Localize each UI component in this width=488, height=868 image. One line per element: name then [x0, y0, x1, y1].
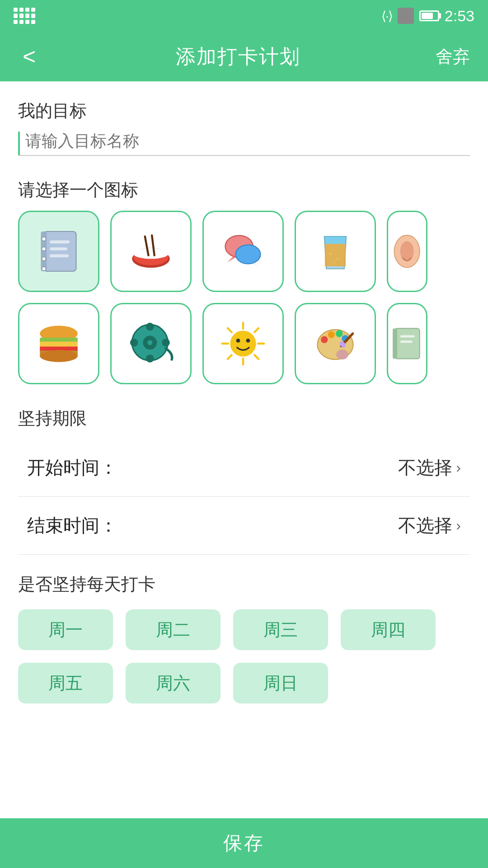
- svg-point-19: [329, 252, 332, 255]
- clock: 2:53: [445, 7, 474, 25]
- svg-point-11: [134, 249, 169, 259]
- svg-rect-56: [395, 328, 420, 359]
- day-btn-fri[interactable]: 周五: [18, 663, 113, 703]
- page-title: 添加打卡计划: [176, 43, 300, 70]
- icon-item-notebook[interactable]: [18, 211, 99, 292]
- keyboard-icon-area: [14, 8, 35, 24]
- signal-icon: ⟨·⟩: [381, 9, 392, 24]
- day-btn-thu[interactable]: 周四: [341, 609, 436, 650]
- day-buttons-row: 周一 周二 周三 周四 周五 周六 周日: [18, 609, 470, 703]
- start-time-value: 不选择 ›: [398, 455, 461, 480]
- icon-section-label: 请选择一个图标: [18, 179, 470, 202]
- icon-section: 请选择一个图标: [18, 179, 470, 384]
- svg-rect-59: [400, 340, 413, 343]
- icon-row-2: [18, 303, 470, 384]
- save-button[interactable]: 保存: [223, 830, 265, 856]
- svg-point-21: [333, 261, 335, 263]
- status-bar-right: ⟨·⟩ 2:53: [381, 7, 474, 25]
- start-time-label: 开始时间：: [27, 455, 117, 480]
- svg-rect-58: [400, 335, 415, 338]
- svg-point-4: [42, 257, 46, 261]
- svg-rect-6: [50, 241, 70, 244]
- goal-input-wrapper: [18, 132, 470, 156]
- day-btn-tue[interactable]: 周二: [126, 609, 221, 650]
- svg-point-34: [130, 339, 138, 347]
- svg-point-35: [162, 339, 170, 347]
- icon-item-chat[interactable]: [202, 211, 284, 292]
- svg-point-2: [42, 237, 46, 241]
- svg-point-49: [336, 349, 348, 359]
- start-time-chevron: ›: [456, 459, 461, 476]
- duration-label: 坚持期限: [18, 407, 470, 430]
- svg-point-52: [336, 330, 343, 337]
- goal-input[interactable]: [18, 132, 470, 151]
- day-btn-mon[interactable]: 周一: [18, 609, 113, 650]
- duration-section: 坚持期限 开始时间： 不选择 › 结束时间： 不选择 ›: [18, 407, 470, 555]
- svg-line-44: [228, 355, 232, 359]
- svg-line-43: [254, 328, 258, 332]
- nav-bar: < 添加打卡计划 舍弃: [0, 32, 488, 81]
- svg-point-47: [246, 339, 250, 343]
- end-time-chevron: ›: [456, 517, 461, 534]
- svg-line-41: [228, 328, 232, 332]
- cancel-button[interactable]: 舍弃: [436, 45, 470, 68]
- svg-point-20: [337, 258, 339, 260]
- svg-rect-7: [50, 247, 67, 250]
- end-time-row[interactable]: 结束时间： 不选择 ›: [18, 497, 470, 555]
- battery-icon: [419, 10, 439, 21]
- start-time-row[interactable]: 开始时间： 不选择 ›: [18, 439, 470, 497]
- icon-item-palette[interactable]: [295, 303, 376, 384]
- svg-rect-8: [50, 255, 69, 258]
- svg-rect-57: [393, 328, 397, 359]
- day-btn-sat[interactable]: 周六: [126, 663, 221, 703]
- svg-rect-18: [325, 244, 346, 267]
- form-content: 我的目标 请选择一个图标: [0, 81, 488, 812]
- svg-point-16: [236, 245, 261, 264]
- svg-point-29: [40, 350, 78, 362]
- svg-point-23: [400, 241, 414, 261]
- svg-point-3: [42, 247, 46, 251]
- icon-item-ear-partial: [387, 211, 427, 292]
- back-button[interactable]: <: [18, 39, 40, 74]
- svg-point-33: [146, 354, 154, 363]
- svg-point-5: [42, 267, 46, 271]
- icon-item-notebook2-partial: [387, 303, 427, 384]
- status-bar: ⟨·⟩ 2:53: [0, 0, 488, 32]
- svg-point-36: [147, 340, 152, 345]
- keyboard-icon: [14, 8, 35, 24]
- svg-point-51: [328, 331, 335, 338]
- svg-point-46: [236, 339, 240, 343]
- icon-row-1: [18, 211, 470, 292]
- svg-line-42: [254, 355, 258, 359]
- end-time-label: 结束时间：: [27, 513, 117, 538]
- svg-point-50: [321, 336, 328, 343]
- icon-item-drink[interactable]: [295, 211, 376, 292]
- svg-point-32: [146, 323, 154, 331]
- end-time-value: 不选择 ›: [398, 513, 461, 538]
- sim-icon: [398, 8, 414, 24]
- svg-rect-0: [44, 231, 76, 271]
- save-bar: 保存: [0, 818, 488, 868]
- goal-label: 我的目标: [18, 99, 470, 123]
- daily-label: 是否坚持每天打卡: [18, 573, 470, 596]
- icon-item-sun[interactable]: [202, 303, 284, 384]
- icon-item-film[interactable]: [110, 303, 192, 384]
- goal-section: 我的目标: [18, 99, 470, 156]
- icon-item-rice[interactable]: [110, 211, 192, 292]
- daily-section: 是否坚持每天打卡 周一 周二 周三 周四 周五 周六 周日: [18, 573, 470, 703]
- day-btn-sun2[interactable]: 周日: [233, 663, 328, 703]
- svg-marker-15: [227, 256, 236, 262]
- icon-item-burger[interactable]: [18, 303, 99, 384]
- day-btn-wed[interactable]: 周三: [233, 609, 328, 650]
- svg-point-45: [230, 330, 256, 356]
